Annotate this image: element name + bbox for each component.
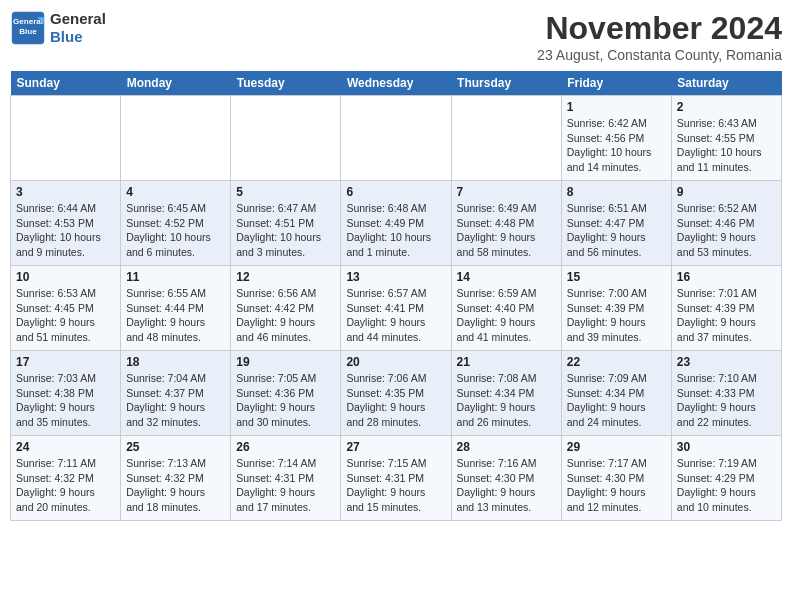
day-detail: Sunrise: 7:13 AM Sunset: 4:32 PM Dayligh… xyxy=(126,456,225,515)
day-detail: Sunrise: 6:43 AM Sunset: 4:55 PM Dayligh… xyxy=(677,116,776,175)
calendar-cell: 25Sunrise: 7:13 AM Sunset: 4:32 PM Dayli… xyxy=(121,436,231,521)
dow-header-saturday: Saturday xyxy=(671,71,781,96)
day-detail: Sunrise: 6:55 AM Sunset: 4:44 PM Dayligh… xyxy=(126,286,225,345)
day-number: 26 xyxy=(236,440,335,454)
day-detail: Sunrise: 7:11 AM Sunset: 4:32 PM Dayligh… xyxy=(16,456,115,515)
day-detail: Sunrise: 7:01 AM Sunset: 4:39 PM Dayligh… xyxy=(677,286,776,345)
calendar-cell: 24Sunrise: 7:11 AM Sunset: 4:32 PM Dayli… xyxy=(11,436,121,521)
calendar-cell: 20Sunrise: 7:06 AM Sunset: 4:35 PM Dayli… xyxy=(341,351,451,436)
calendar-cell: 21Sunrise: 7:08 AM Sunset: 4:34 PM Dayli… xyxy=(451,351,561,436)
calendar-table: SundayMondayTuesdayWednesdayThursdayFrid… xyxy=(10,71,782,521)
day-number: 14 xyxy=(457,270,556,284)
day-detail: Sunrise: 6:45 AM Sunset: 4:52 PM Dayligh… xyxy=(126,201,225,260)
day-detail: Sunrise: 7:04 AM Sunset: 4:37 PM Dayligh… xyxy=(126,371,225,430)
day-detail: Sunrise: 7:00 AM Sunset: 4:39 PM Dayligh… xyxy=(567,286,666,345)
dow-header-monday: Monday xyxy=(121,71,231,96)
day-detail: Sunrise: 6:51 AM Sunset: 4:47 PM Dayligh… xyxy=(567,201,666,260)
logo: General Blue General Blue xyxy=(10,10,106,46)
day-detail: Sunrise: 6:44 AM Sunset: 4:53 PM Dayligh… xyxy=(16,201,115,260)
month-title: November 2024 xyxy=(537,10,782,47)
day-detail: Sunrise: 6:52 AM Sunset: 4:46 PM Dayligh… xyxy=(677,201,776,260)
day-number: 6 xyxy=(346,185,445,199)
day-detail: Sunrise: 7:17 AM Sunset: 4:30 PM Dayligh… xyxy=(567,456,666,515)
day-number: 13 xyxy=(346,270,445,284)
day-detail: Sunrise: 6:57 AM Sunset: 4:41 PM Dayligh… xyxy=(346,286,445,345)
calendar-cell: 30Sunrise: 7:19 AM Sunset: 4:29 PM Dayli… xyxy=(671,436,781,521)
day-number: 24 xyxy=(16,440,115,454)
calendar-cell xyxy=(121,96,231,181)
calendar-cell xyxy=(451,96,561,181)
calendar-cell: 4Sunrise: 6:45 AM Sunset: 4:52 PM Daylig… xyxy=(121,181,231,266)
calendar-cell: 16Sunrise: 7:01 AM Sunset: 4:39 PM Dayli… xyxy=(671,266,781,351)
calendar-cell: 9Sunrise: 6:52 AM Sunset: 4:46 PM Daylig… xyxy=(671,181,781,266)
calendar-cell: 28Sunrise: 7:16 AM Sunset: 4:30 PM Dayli… xyxy=(451,436,561,521)
calendar-cell: 27Sunrise: 7:15 AM Sunset: 4:31 PM Dayli… xyxy=(341,436,451,521)
calendar-cell: 2Sunrise: 6:43 AM Sunset: 4:55 PM Daylig… xyxy=(671,96,781,181)
day-number: 4 xyxy=(126,185,225,199)
day-number: 28 xyxy=(457,440,556,454)
day-number: 16 xyxy=(677,270,776,284)
dow-header-thursday: Thursday xyxy=(451,71,561,96)
calendar-cell: 15Sunrise: 7:00 AM Sunset: 4:39 PM Dayli… xyxy=(561,266,671,351)
title-block: November 2024 23 August, Constanta Count… xyxy=(537,10,782,63)
day-detail: Sunrise: 7:08 AM Sunset: 4:34 PM Dayligh… xyxy=(457,371,556,430)
calendar-cell: 7Sunrise: 6:49 AM Sunset: 4:48 PM Daylig… xyxy=(451,181,561,266)
day-detail: Sunrise: 6:56 AM Sunset: 4:42 PM Dayligh… xyxy=(236,286,335,345)
calendar-cell: 13Sunrise: 6:57 AM Sunset: 4:41 PM Dayli… xyxy=(341,266,451,351)
calendar-cell: 14Sunrise: 6:59 AM Sunset: 4:40 PM Dayli… xyxy=(451,266,561,351)
dow-header-wednesday: Wednesday xyxy=(341,71,451,96)
calendar-cell: 29Sunrise: 7:17 AM Sunset: 4:30 PM Dayli… xyxy=(561,436,671,521)
calendar-cell: 18Sunrise: 7:04 AM Sunset: 4:37 PM Dayli… xyxy=(121,351,231,436)
day-number: 22 xyxy=(567,355,666,369)
day-number: 12 xyxy=(236,270,335,284)
day-number: 20 xyxy=(346,355,445,369)
logo-icon: General Blue xyxy=(10,10,46,46)
calendar-cell: 6Sunrise: 6:48 AM Sunset: 4:49 PM Daylig… xyxy=(341,181,451,266)
day-number: 25 xyxy=(126,440,225,454)
calendar-cell: 22Sunrise: 7:09 AM Sunset: 4:34 PM Dayli… xyxy=(561,351,671,436)
logo-line2: Blue xyxy=(50,28,106,46)
day-number: 15 xyxy=(567,270,666,284)
calendar-cell: 17Sunrise: 7:03 AM Sunset: 4:38 PM Dayli… xyxy=(11,351,121,436)
day-number: 27 xyxy=(346,440,445,454)
day-detail: Sunrise: 6:49 AM Sunset: 4:48 PM Dayligh… xyxy=(457,201,556,260)
calendar-cell xyxy=(11,96,121,181)
calendar-cell: 19Sunrise: 7:05 AM Sunset: 4:36 PM Dayli… xyxy=(231,351,341,436)
svg-text:Blue: Blue xyxy=(19,27,37,36)
day-number: 3 xyxy=(16,185,115,199)
day-detail: Sunrise: 6:42 AM Sunset: 4:56 PM Dayligh… xyxy=(567,116,666,175)
day-detail: Sunrise: 7:14 AM Sunset: 4:31 PM Dayligh… xyxy=(236,456,335,515)
calendar-cell: 11Sunrise: 6:55 AM Sunset: 4:44 PM Dayli… xyxy=(121,266,231,351)
day-number: 5 xyxy=(236,185,335,199)
dow-header-tuesday: Tuesday xyxy=(231,71,341,96)
calendar-cell: 26Sunrise: 7:14 AM Sunset: 4:31 PM Dayli… xyxy=(231,436,341,521)
day-number: 19 xyxy=(236,355,335,369)
day-number: 1 xyxy=(567,100,666,114)
calendar-cell: 23Sunrise: 7:10 AM Sunset: 4:33 PM Dayli… xyxy=(671,351,781,436)
calendar-cell: 8Sunrise: 6:51 AM Sunset: 4:47 PM Daylig… xyxy=(561,181,671,266)
day-detail: Sunrise: 6:59 AM Sunset: 4:40 PM Dayligh… xyxy=(457,286,556,345)
calendar-cell: 12Sunrise: 6:56 AM Sunset: 4:42 PM Dayli… xyxy=(231,266,341,351)
day-number: 8 xyxy=(567,185,666,199)
day-number: 23 xyxy=(677,355,776,369)
calendar-cell xyxy=(231,96,341,181)
svg-text:General: General xyxy=(13,17,43,26)
day-detail: Sunrise: 7:09 AM Sunset: 4:34 PM Dayligh… xyxy=(567,371,666,430)
day-number: 18 xyxy=(126,355,225,369)
day-number: 29 xyxy=(567,440,666,454)
day-number: 11 xyxy=(126,270,225,284)
day-detail: Sunrise: 7:19 AM Sunset: 4:29 PM Dayligh… xyxy=(677,456,776,515)
day-number: 17 xyxy=(16,355,115,369)
day-detail: Sunrise: 7:10 AM Sunset: 4:33 PM Dayligh… xyxy=(677,371,776,430)
calendar-cell: 1Sunrise: 6:42 AM Sunset: 4:56 PM Daylig… xyxy=(561,96,671,181)
day-detail: Sunrise: 6:48 AM Sunset: 4:49 PM Dayligh… xyxy=(346,201,445,260)
dow-header-sunday: Sunday xyxy=(11,71,121,96)
day-detail: Sunrise: 6:47 AM Sunset: 4:51 PM Dayligh… xyxy=(236,201,335,260)
calendar-cell xyxy=(341,96,451,181)
calendar-cell: 5Sunrise: 6:47 AM Sunset: 4:51 PM Daylig… xyxy=(231,181,341,266)
day-detail: Sunrise: 7:05 AM Sunset: 4:36 PM Dayligh… xyxy=(236,371,335,430)
logo-line1: General xyxy=(50,10,106,28)
day-number: 21 xyxy=(457,355,556,369)
day-detail: Sunrise: 6:53 AM Sunset: 4:45 PM Dayligh… xyxy=(16,286,115,345)
day-detail: Sunrise: 7:15 AM Sunset: 4:31 PM Dayligh… xyxy=(346,456,445,515)
